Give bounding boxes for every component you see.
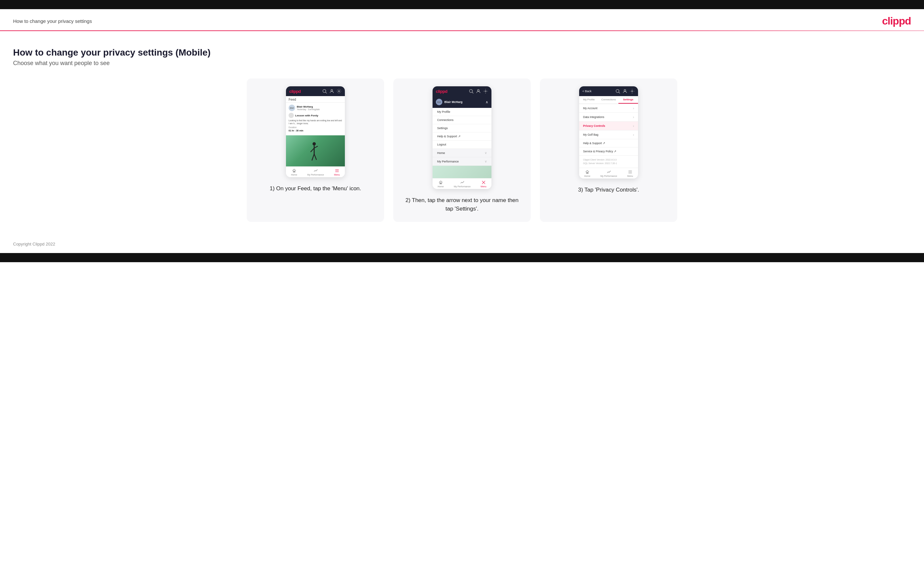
user-icon	[329, 89, 334, 94]
svg-point-0	[323, 90, 326, 92]
phone-1-post-body: Looking to feel like my hands are exitin…	[289, 119, 342, 125]
step-1-phone: clippd Feed BM Blair McHarg Yes	[286, 86, 345, 177]
phone-2-section-performance[interactable]: My Performance ∨	[433, 157, 491, 166]
phone-2-section: Home ∨ My Performance ∨	[433, 149, 491, 166]
step-3-card: < Back My Profile Connections Settings	[540, 79, 677, 222]
phone-2-user-name: Blair McHarg	[444, 100, 463, 104]
settings-item-help-support-label: Help & Support ↗	[583, 142, 605, 145]
search-icon-3	[615, 89, 620, 94]
phone-2-menu: BM Blair McHarg ∧ My Profile Connections…	[433, 96, 491, 178]
settings-item-service-privacy-label: Service & Privacy Policy ↗	[583, 150, 616, 153]
chevron-right-icon-3: ›	[633, 124, 634, 128]
header-divider	[0, 31, 924, 31]
logo: clippd	[882, 15, 911, 27]
phone-1-post-meta: Blair McHarg Yesterday · Sunningdale	[297, 105, 320, 111]
tab-settings[interactable]: Settings	[619, 96, 638, 104]
footer: Copyright Clippd 2022	[0, 235, 924, 253]
home-icon-3	[585, 170, 590, 174]
phone-2-menu-connections[interactable]: Connections	[433, 116, 491, 124]
phone-2-icons	[468, 89, 488, 94]
performance-icon-3	[607, 170, 611, 174]
phone-2-section-home[interactable]: Home ∨	[433, 149, 491, 157]
settings-item-my-account[interactable]: My Account ›	[579, 104, 638, 113]
phone-1-post-name: Blair McHarg	[297, 105, 320, 108]
phone-3-nav-performance-label: My Performance	[600, 175, 617, 177]
chevron-right-icon-4: ›	[633, 133, 634, 137]
phone-2-section-performance-label: My Performance	[437, 160, 459, 163]
svg-rect-20	[441, 183, 441, 184]
settings-item-service-privacy[interactable]: Service & Privacy Policy ↗	[579, 147, 638, 156]
phone-1-nav-performance: My Performance	[307, 168, 324, 176]
phone-2-logo: clippd	[436, 89, 447, 94]
svg-rect-28	[587, 172, 588, 174]
phone-2-nav-performance-label: My Performance	[454, 185, 470, 188]
phone-1-post: BM Blair McHarg Yesterday · Sunningdale …	[286, 103, 345, 135]
phone-1-nav-home: Home	[291, 168, 297, 176]
settings-icon-3	[630, 89, 635, 94]
performance-icon-2	[460, 180, 465, 185]
chevron-down-icon-2: ∨	[485, 160, 487, 163]
phone-2-user-row: BM Blair McHarg ∧	[433, 96, 491, 108]
steps-container: clippd Feed BM Blair McHarg Yes	[13, 79, 911, 222]
menu-icon	[335, 168, 339, 173]
chevron-right-icon: ›	[633, 106, 634, 110]
settings-item-help-support[interactable]: Help & Support ↗	[579, 139, 638, 147]
svg-line-6	[310, 148, 314, 152]
tab-my-profile[interactable]: My Profile	[579, 96, 599, 104]
phone-1-duration-label: Duration	[289, 126, 342, 129]
step-1-card: clippd Feed BM Blair McHarg Yes	[247, 79, 384, 222]
phone-1-avatar: BM	[289, 105, 295, 111]
step-3-caption: 3) Tap 'Privacy Controls'.	[578, 186, 639, 194]
phone-1-post-sub: Yesterday · Sunningdale	[297, 108, 320, 111]
golf-figure	[308, 142, 320, 164]
phone-2-menu-items: My Profile Connections Settings Help & S…	[433, 108, 491, 149]
user-icon-2	[476, 89, 481, 94]
settings-item-data-integrations[interactable]: Data Integrations ›	[579, 113, 638, 122]
phone-3-nav-home: Home	[584, 170, 590, 177]
svg-point-26	[632, 90, 633, 92]
back-button[interactable]: < Back	[582, 90, 591, 93]
phone-1-bottom-nav: Home My Performance Menu	[286, 166, 345, 177]
search-icon-2	[468, 89, 474, 94]
step-2-caption: 2) Then, tap the arrow next to your name…	[403, 196, 521, 213]
home-icon-2	[438, 180, 443, 185]
phone-2-section-home-label: Home	[437, 152, 445, 155]
svg-rect-19	[440, 183, 440, 184]
step-2-card: clippd BM Blair McHarg ∧	[393, 79, 531, 222]
svg-line-16	[472, 92, 473, 93]
phone-1-nav-home-label: Home	[291, 174, 297, 176]
phone-1-lesson-row: Lesson with Fordy	[289, 113, 342, 118]
phone-2-menu-my-profile[interactable]: My Profile	[433, 108, 491, 116]
settings-item-privacy-controls[interactable]: Privacy Controls ›	[579, 122, 638, 131]
phone-2-nav-menu: Menu	[481, 180, 486, 188]
phone-1-logo: clippd	[289, 89, 301, 94]
settings-item-my-golf-bag[interactable]: My Golf Bag ›	[579, 131, 638, 139]
phone-3-back-bar: < Back	[579, 86, 638, 96]
settings-icon-2	[483, 89, 488, 94]
phone-2-nav-performance: My Performance	[454, 180, 470, 188]
tab-connections[interactable]: Connections	[599, 96, 619, 104]
svg-line-8	[312, 154, 314, 161]
phone-2-menu-logout[interactable]: Logout	[433, 140, 491, 149]
svg-point-4	[312, 142, 316, 145]
step-3-phone: < Back My Profile Connections Settings	[579, 86, 638, 179]
phone-2-menu-settings[interactable]: Settings	[433, 124, 491, 132]
phone-2-menu-help[interactable]: Help & Support ↗	[433, 132, 491, 140]
phone-3-tabs: My Profile Connections Settings	[579, 96, 638, 104]
page-heading: How to change your privacy settings (Mob…	[13, 47, 911, 58]
phone-1-lesson-title: Lesson with Fordy	[295, 114, 318, 117]
chevron-down-icon: ∨	[485, 151, 487, 155]
bottom-bar	[0, 253, 924, 262]
copyright-text: Copyright Clippd 2022	[13, 242, 55, 247]
phone-1-topbar: clippd	[286, 86, 345, 96]
phone-1-icons	[322, 89, 342, 94]
version-server: GQL Server Version: 2022.7.30-1	[583, 162, 634, 165]
phone-1-nav-performance-label: My Performance	[307, 174, 324, 176]
phone-2-avatar: BM	[436, 99, 443, 105]
phone-3-nav-performance: My Performance	[600, 170, 617, 177]
phone-2-nav-home: Home	[438, 180, 444, 188]
svg-line-24	[619, 92, 620, 93]
phone-1-lesson-icon	[289, 113, 294, 118]
phone-3-bottom-nav: Home My Performance Menu	[579, 168, 638, 179]
svg-point-18	[485, 90, 486, 92]
